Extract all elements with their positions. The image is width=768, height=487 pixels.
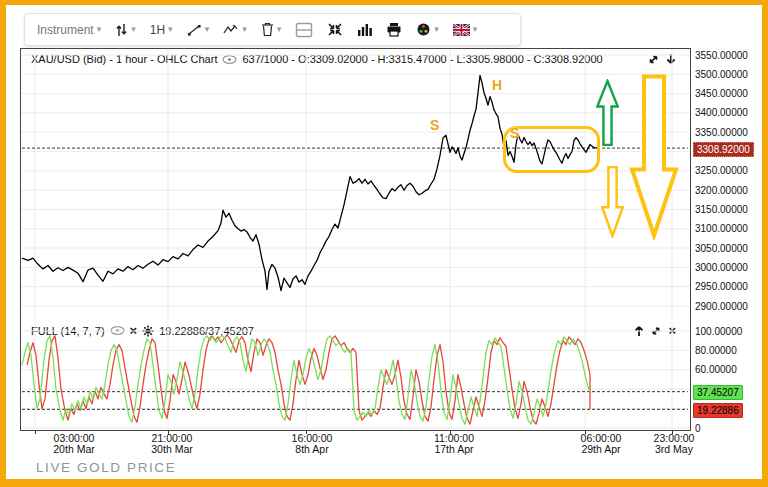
layout-button[interactable] [295,22,313,38]
instrument-dropdown[interactable]: Instrument ▾ [37,23,101,37]
color-wheel-icon [416,22,431,37]
stochastic-axis-label: 80.00000 [695,345,737,356]
price-axis-label: 3000.00000 [695,262,748,273]
caret-down-icon: ▾ [242,25,247,34]
frame-border-left [0,0,6,487]
stochastic-d-badge: 19.22886 [693,403,743,418]
frame-border-top [0,0,768,5]
indicators-dropdown[interactable]: ▾ [223,23,247,37]
caret-down-icon: ▾ [168,25,173,34]
zigzag-icon [223,23,239,37]
instrument-label: Instrument [37,23,94,37]
annotation-label-s2[interactable]: S [510,125,519,141]
time-axis-label: 16:00:008th Apr [292,433,333,455]
current-price-badge: 3308.92000 [693,142,754,157]
language-dropdown[interactable]: ▾ [453,24,478,36]
uk-flag-icon [453,24,470,36]
timeframe-label: 1H [150,23,165,37]
price-axis-label: 3550.00000 [695,50,748,61]
annotation-label-s1[interactable]: S [430,117,439,133]
print-button[interactable] [386,22,402,37]
caret-down-icon: ▾ [434,25,439,34]
sliders-icon [115,23,128,37]
split-view-icon [295,22,313,38]
price-axis-label: 3150.00000 [695,204,748,215]
chart-toolbar: Instrument ▾ ▾ 1H ▾ ▾ [24,13,521,46]
caret-down-icon: ▾ [473,25,478,34]
printer-icon [386,22,402,37]
frame-border-bottom [0,479,768,487]
time-axis-label: 03:00:0020th Mar [53,433,94,455]
time-axis-label: 21:00:0030th Mar [151,433,192,455]
price-axis-label: 3400.00000 [695,107,748,118]
stochastic-axis-label: 0 [695,423,701,434]
time-axis-tick [35,430,36,434]
annotation-label-h[interactable]: H [492,77,502,93]
time-axis-label: 06:00:0029th Apr [581,433,622,455]
time-axis-label: 23:00:003rd May [654,433,695,455]
fullscreen-button[interactable] [327,22,343,37]
stochastic-k-badge: 37.45207 [693,385,743,400]
price-axis-label: 3050.00000 [695,243,748,254]
price-axis-label: 3500.00000 [695,69,748,80]
price-plot[interactable] [20,48,690,320]
bar-chart-icon [357,23,372,37]
price-axis-label: 2900.00000 [695,301,748,312]
page-title: LIVE GOLD PRICE [36,460,176,475]
price-axis-label: 3250.00000 [695,165,748,176]
drawing-tools-dropdown[interactable]: ▾ [187,23,210,37]
stochastic-plot[interactable] [20,320,690,430]
price-axis-label: 3100.00000 [695,223,748,234]
price-axis-label: 3350.00000 [695,127,748,138]
annotation-green-up-arrow[interactable] [596,79,619,146]
annotation-large-yellow-down-arrow[interactable] [629,74,679,240]
frame-border-right [762,0,768,487]
caret-down-icon: ▾ [205,25,210,34]
chart-settings-dropdown[interactable]: ▾ [115,23,136,37]
price-axis-label: 2950.00000 [695,281,748,292]
trash-icon [261,22,274,37]
caret-down-icon: ▾ [97,25,102,34]
stochastic-axis-label: 60.00000 [695,364,737,375]
price-axis-label: 3450.00000 [695,88,748,99]
delete-dropdown[interactable]: ▾ [261,22,282,37]
fullscreen-icon [327,22,343,37]
time-axis-label: 11:00:0017th Apr [434,433,474,455]
caret-down-icon: ▾ [277,25,282,34]
price-axis-label: 3200.00000 [695,185,748,196]
caret-down-icon: ▾ [131,25,136,34]
theme-dropdown[interactable]: ▾ [416,22,439,37]
trendline-icon [187,23,202,37]
chart-style-button[interactable] [357,23,372,37]
annotation-small-yellow-down-arrow[interactable] [601,166,624,238]
timeframe-dropdown[interactable]: 1H ▾ [150,23,173,37]
stochastic-axis-label: 100.00000 [695,326,742,337]
netdania-chart-window: Instrument ▾ ▾ 1H ▾ ▾ [0,0,768,487]
